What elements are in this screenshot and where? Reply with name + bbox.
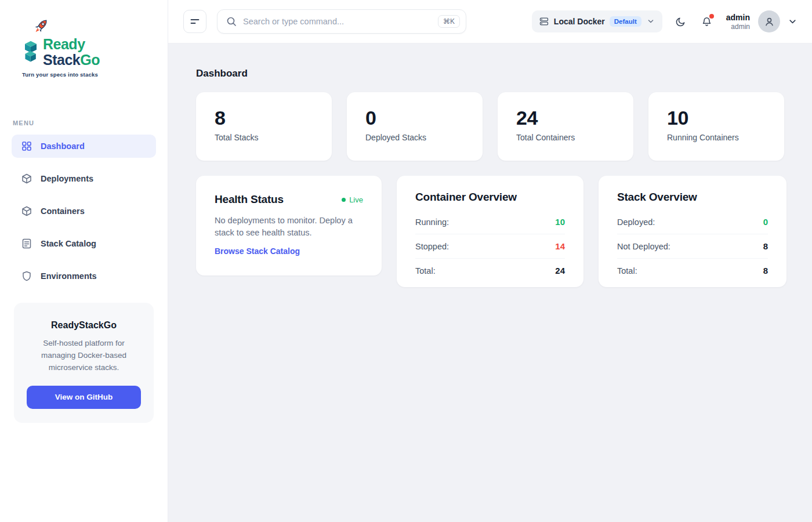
stat-card-total-containers: 24 Total Containers xyxy=(498,92,633,161)
top-header: ⌘K Local Docker Default xyxy=(168,0,812,44)
user-role: admin xyxy=(726,23,750,31)
container-overview-rows: Running: 10 Stopped: 14 Total: 24 xyxy=(415,210,565,282)
sidebar-nav: Dashboard Deployments Containers Stack C… xyxy=(0,135,168,288)
promo-description: Self-hosted platform for managing Docker… xyxy=(27,338,141,374)
sidebar-item-label: Stack Catalog xyxy=(41,239,96,248)
logo-stack: Stack xyxy=(43,52,80,68)
browse-stack-catalog-link[interactable]: Browse Stack Catalog xyxy=(215,246,300,256)
row-label: Total: xyxy=(415,266,436,276)
row-value: 8 xyxy=(763,241,768,251)
stats-row: 8 Total Stacks 0 Deployed Stacks 24 Tota… xyxy=(196,92,784,161)
health-status-card: Health Status Live No deployments to mon… xyxy=(196,176,382,276)
view-on-github-button[interactable]: View on GitHub xyxy=(27,386,141,409)
stack-overview-rows: Deployed: 0 Not Deployed: 8 Total: 8 xyxy=(617,210,768,282)
overview-row-deployed: Deployed: 0 xyxy=(617,210,768,234)
row-value: 10 xyxy=(555,217,565,227)
overview-row-total: Total: 8 xyxy=(617,259,768,282)
brand-logo[interactable]: Ready StackGo Turn your specs into stack… xyxy=(22,37,121,78)
search-input[interactable] xyxy=(243,17,432,26)
row-value: 24 xyxy=(555,266,565,276)
sidebar: Ready StackGo Turn your specs into stack… xyxy=(0,0,168,522)
sidebar-item-label: Deployments xyxy=(41,174,93,183)
row-value: 0 xyxy=(763,217,768,227)
shield-icon xyxy=(21,270,32,282)
live-dot-icon xyxy=(342,198,346,202)
rocket-icon xyxy=(30,16,51,37)
moon-icon xyxy=(675,16,686,27)
overview-row-total: Total: 24 xyxy=(415,259,565,282)
stat-value: 0 xyxy=(365,107,464,129)
cube-icon xyxy=(21,205,32,217)
container-overview-card: Container Overview Running: 10 Stopped: … xyxy=(397,176,583,287)
user-name: admin xyxy=(726,13,750,22)
environment-selector[interactable]: Local Docker Default xyxy=(532,10,662,32)
sidebar-item-label: Dashboard xyxy=(41,142,85,151)
row-value: 8 xyxy=(763,266,768,276)
overview-row: Health Status Live No deployments to mon… xyxy=(196,176,784,287)
hamburger-icon xyxy=(189,16,201,27)
logo-row: Ready StackGo xyxy=(22,37,121,67)
dark-mode-toggle[interactable] xyxy=(675,16,686,27)
user-meta: admin admin xyxy=(726,13,750,31)
row-label: Stopped: xyxy=(415,242,449,251)
row-label: Deployed: xyxy=(617,217,655,227)
sidebar-item-label: Environments xyxy=(41,271,97,281)
overview-row-stopped: Stopped: 14 xyxy=(415,234,565,259)
stat-value: 24 xyxy=(516,107,615,129)
content-column: ⌘K Local Docker Default xyxy=(168,0,812,522)
environment-name: Local Docker xyxy=(554,17,605,26)
package-icon xyxy=(21,173,32,184)
stack-overview-card: Stack Overview Deployed: 0 Not Deployed:… xyxy=(599,176,786,287)
server-icon xyxy=(539,16,549,27)
row-label: Not Deployed: xyxy=(617,242,670,251)
stack-overview-title: Stack Overview xyxy=(617,191,768,204)
container-overview-title: Container Overview xyxy=(415,191,565,204)
stat-label: Total Containers xyxy=(516,133,615,142)
notifications-button[interactable] xyxy=(701,16,712,27)
brand-tagline: Turn your specs into stacks xyxy=(22,71,121,78)
keyboard-shortcut-badge: ⌘K xyxy=(438,15,460,28)
promo-title: ReadyStackGo xyxy=(27,320,141,331)
app-root: Ready StackGo Turn your specs into stack… xyxy=(0,0,812,522)
stat-label: Deployed Stacks xyxy=(365,133,464,142)
person-icon xyxy=(764,16,775,27)
sidebar-promo-card: ReadyStackGo Self-hosted platform for ma… xyxy=(14,303,154,423)
sidebar-item-dashboard[interactable]: Dashboard xyxy=(12,135,156,158)
stat-card-running-containers: 10 Running Containers xyxy=(648,92,784,161)
document-icon xyxy=(21,238,32,249)
overview-row-running: Running: 10 xyxy=(415,210,565,234)
menu-section-label: MENU xyxy=(13,119,168,126)
live-status-badge: Live xyxy=(342,195,363,204)
stat-label: Total Stacks xyxy=(215,133,313,142)
search-icon xyxy=(226,16,237,27)
logo-text: Ready StackGo xyxy=(43,37,100,67)
sidebar-item-label: Containers xyxy=(41,206,85,216)
user-menu-button[interactable] xyxy=(787,16,798,27)
logo-line1: Ready xyxy=(43,37,100,52)
row-label: Total: xyxy=(617,266,637,276)
notification-dot xyxy=(709,14,714,19)
chevron-down-icon xyxy=(646,17,655,26)
live-label: Live xyxy=(349,195,363,204)
sidebar-item-environments[interactable]: Environments xyxy=(12,264,156,288)
sidebar-item-containers[interactable]: Containers xyxy=(12,200,156,223)
health-card-title: Health Status xyxy=(215,193,284,206)
logo-go: Go xyxy=(80,52,100,68)
avatar[interactable] xyxy=(758,10,780,32)
stat-label: Running Containers xyxy=(667,133,766,142)
sidebar-item-deployments[interactable]: Deployments xyxy=(12,167,156,190)
stat-card-total-stacks: 8 Total Stacks xyxy=(196,92,332,161)
row-value: 14 xyxy=(555,241,565,251)
main-content: Dashboard 8 Total Stacks 0 Deployed Stac… xyxy=(168,44,812,522)
sidebar-toggle-button[interactable] xyxy=(183,10,206,33)
header-right: Local Docker Default xyxy=(532,10,798,32)
global-search[interactable]: ⌘K xyxy=(217,9,466,34)
chevron-down-icon xyxy=(787,16,798,27)
overview-row-not-deployed: Not Deployed: 8 xyxy=(617,234,768,259)
sidebar-item-stack-catalog[interactable]: Stack Catalog xyxy=(12,232,156,255)
stat-value: 8 xyxy=(215,107,313,129)
row-label: Running: xyxy=(415,217,449,227)
environment-default-badge: Default xyxy=(610,16,641,27)
stat-value: 10 xyxy=(667,107,766,129)
cubes-icon xyxy=(22,39,39,64)
